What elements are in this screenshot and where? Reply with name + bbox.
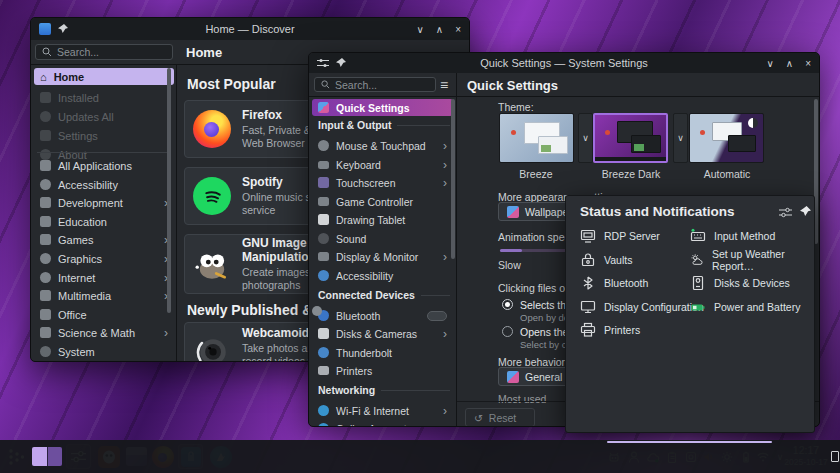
sidebar-item-science-math[interactable]: Science & Math›	[34, 324, 174, 341]
window-title: Home — Discover	[31, 23, 469, 35]
sidebar-item-installed[interactable]: Installed	[34, 89, 174, 106]
sidebar-item-all-applications[interactable]: All Applications	[34, 157, 174, 174]
sidebar-item-touchscreen[interactable]: Touchscreen›	[312, 174, 453, 191]
weather-icon	[690, 252, 704, 268]
discover-search[interactable]	[35, 44, 173, 60]
accessibility-icon	[40, 179, 51, 190]
science-icon	[40, 327, 51, 338]
sidebar-item-games[interactable]: Games›	[34, 231, 174, 248]
reset-icon: ↺	[474, 412, 483, 424]
popup-item-label: Display Configuration	[604, 301, 704, 313]
radio-selects-them[interactable]	[502, 299, 513, 310]
category-label: Graphics	[58, 253, 102, 265]
maximize-button[interactable]: ∧	[786, 58, 793, 69]
sidebar-item-drawing-tablet[interactable]: Drawing Tablet	[312, 211, 453, 228]
sidebar-item-accessibility[interactable]: Accessibility	[34, 176, 174, 193]
virtual-desktop-pager[interactable]	[32, 447, 62, 466]
popup-item-power-battery[interactable]: Power and Battery	[690, 298, 800, 316]
sidebar-item-graphics[interactable]: Graphics›	[34, 250, 174, 267]
general-behavior-icon	[507, 371, 519, 383]
sidebar-item-bluetooth[interactable]: Bluetooth	[312, 307, 453, 324]
popup-item-vaults[interactable]: Vaults	[580, 251, 632, 269]
sidebar-item-thunderbolt[interactable]: Thunderbolt	[312, 344, 453, 361]
sidebar-item-multimedia[interactable]: Multimedia›	[34, 287, 174, 304]
popup-item-disks-devices[interactable]: Disks & Devices	[690, 274, 790, 292]
sidebar-item-online-accounts[interactable]: Online Accounts	[312, 420, 453, 427]
sidebar-item-game-controller[interactable]: Game Controller	[312, 193, 453, 210]
sidebar-item-updates[interactable]: Updates All	[34, 108, 174, 125]
updates-icon	[40, 111, 51, 122]
wallpaper-icon	[507, 206, 519, 218]
popup-item-weather[interactable]: Set up Weather Report…	[690, 251, 814, 269]
theme-breeze-thumbnail[interactable]	[499, 113, 574, 163]
sidebar-item-label: Updates All	[58, 111, 114, 123]
sidebar-item-keyboard[interactable]: Keyboard›	[312, 156, 453, 173]
radio-opens-them[interactable]	[502, 326, 513, 337]
close-button[interactable]: ×	[455, 24, 461, 35]
pin-icon[interactable]	[800, 206, 811, 217]
pager-desktop-2[interactable]	[48, 447, 63, 466]
sidebar-item-home[interactable]: ⌂ Home	[34, 68, 174, 85]
bluetooth-toggle[interactable]	[427, 311, 447, 321]
sidebar-item-development[interactable]: Development›	[34, 194, 174, 211]
settings-titlebar[interactable]: Quick Settings — System Settings ∨ ∧ ×	[309, 53, 819, 73]
chevron-down-icon: ∨	[677, 133, 684, 143]
popup-item-label: Vaults	[604, 254, 632, 266]
section-header: Connected Devices	[318, 289, 450, 301]
sidebar-item-label: Disks & Cameras	[336, 328, 417, 340]
sidebar-item-internet[interactable]: Internet›	[34, 269, 174, 286]
sidebar-item-printers[interactable]: Printers	[312, 362, 453, 379]
sidebar-item-education[interactable]: Education	[34, 213, 174, 230]
sidebar-scrollbar[interactable]	[451, 99, 455, 259]
display-icon	[318, 252, 329, 261]
sidebar-item-mouse-touchpad[interactable]: Mouse & Touchpad›	[312, 137, 453, 154]
sidebar-item-disks-cameras[interactable]: Disks & Cameras›	[312, 325, 453, 342]
sidebar-item-sound[interactable]: Sound	[312, 230, 453, 247]
window-title: Quick Settings — System Settings	[309, 57, 819, 69]
maximize-button[interactable]: ∧	[436, 24, 443, 35]
popup-item-printers[interactable]: Printers	[580, 321, 640, 339]
display-icon	[580, 299, 596, 315]
chevron-right-icon: ›	[443, 329, 447, 339]
day-night-icon	[748, 118, 758, 128]
discover-titlebar[interactable]: Home — Discover ∨ ∧ ×	[31, 18, 469, 40]
search-input[interactable]	[335, 79, 429, 91]
configure-icon[interactable]	[779, 207, 792, 218]
settings-search[interactable]	[314, 77, 436, 92]
sidebar-item-display-monitor[interactable]: Display & Monitor›	[312, 248, 453, 265]
theme-breeze-dark-variant-button[interactable]: ∨	[673, 113, 688, 163]
sidebar-scrollbar[interactable]	[167, 68, 171, 313]
sidebar-item-wifi-internet[interactable]: Wi-Fi & Internet›	[312, 402, 453, 419]
search-input[interactable]	[57, 46, 166, 58]
sidebar-item-quick-settings[interactable]: Quick Settings	[312, 99, 453, 116]
sidebar-item-office[interactable]: Office	[34, 306, 174, 323]
printer-icon	[318, 366, 329, 375]
theme-breeze-dark-thumbnail[interactable]	[593, 113, 668, 163]
reset-button[interactable]: ↺ Reset	[465, 408, 535, 427]
theme-breeze-variant-button[interactable]: ∨	[578, 113, 593, 163]
hamburger-menu-icon[interactable]: ≡	[440, 77, 448, 93]
education-icon	[40, 216, 51, 227]
sidebar-item-system[interactable]: System	[34, 343, 174, 360]
section-header: Networking	[318, 384, 450, 396]
popup-item-input-method[interactable]: Input Method	[690, 227, 775, 245]
pager-desktop-1[interactable]	[32, 447, 47, 466]
printer-icon	[580, 322, 596, 338]
popup-item-display-configuration[interactable]: Display Configuration	[580, 298, 704, 316]
popup-item-label: Set up Weather Report…	[712, 248, 814, 272]
sidebar-item-label: Sound	[336, 233, 366, 245]
system-icon	[40, 346, 51, 357]
close-button[interactable]: ×	[805, 58, 811, 69]
theme-automatic-thumbnail[interactable]	[689, 113, 764, 163]
sidebar-item-label: Home	[54, 71, 85, 83]
theme-name: Automatic	[687, 168, 767, 180]
sidebar-item-settings[interactable]: Settings	[34, 127, 174, 144]
minimize-button[interactable]: ∨	[767, 58, 774, 69]
show-desktop-button[interactable]	[831, 451, 839, 462]
sidebar-item-label: Game Controller	[336, 196, 413, 208]
minimize-button[interactable]: ∨	[417, 24, 424, 35]
sidebar-item-accessibility[interactable]: Accessibility	[312, 267, 453, 284]
popup-item-bluetooth[interactable]: Bluetooth	[580, 274, 648, 292]
disk-icon	[318, 328, 329, 339]
popup-item-rdp-server[interactable]: RDP Server	[580, 227, 660, 245]
